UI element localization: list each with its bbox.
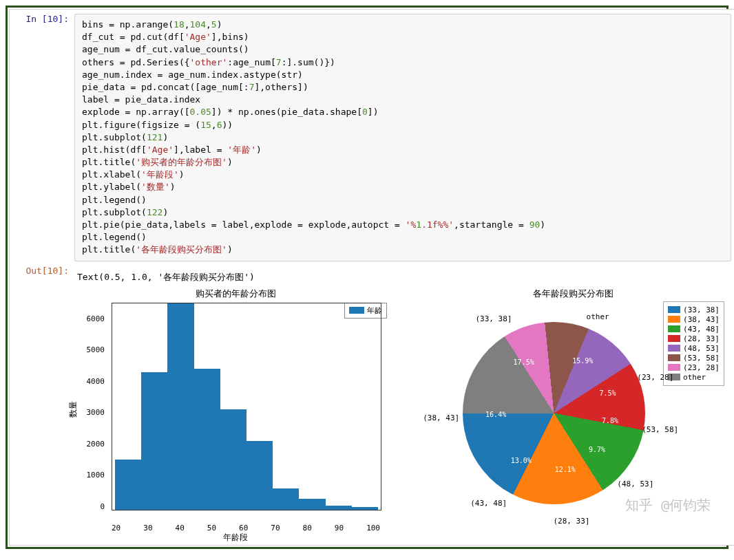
- pie-pct-label: 13.0%: [511, 457, 532, 464]
- hist-plot-area: [112, 303, 381, 510]
- pie-title: 各年龄段购买分布图: [421, 288, 724, 300]
- pie-pct-label: 17.5%: [514, 358, 534, 366]
- pie-pct-label: 7.5%: [599, 389, 616, 397]
- legend-text: (53, 58]: [683, 354, 720, 363]
- legend-text: (23, 28]: [683, 363, 720, 372]
- hist-bar: [115, 460, 141, 510]
- pie-legend-item: (38, 43]: [668, 315, 720, 324]
- legend-text: (38, 43]: [683, 315, 720, 324]
- legend-text: (43, 48]: [683, 325, 720, 334]
- pie-pct-label: 16.4%: [485, 411, 506, 418]
- code-input[interactable]: bins = np.arange(18,104,5) df_cut = pd.c…: [74, 14, 731, 261]
- legend-swatch: [668, 345, 680, 352]
- pie-legend-item: (23, 28]: [668, 363, 720, 372]
- in-prompt: In [10]:: [15, 14, 74, 24]
- pie-legend-item: (43, 48]: [668, 325, 720, 334]
- hist-bar: [220, 409, 247, 509]
- pie-chart: 各年龄段购买分布图 (33, 38](38, 43](43, 48](28, 3…: [421, 288, 724, 535]
- legend-swatch: [668, 306, 680, 313]
- legend-text: (48, 53]: [683, 344, 720, 353]
- legend-text: (28, 33]: [683, 334, 720, 343]
- hist-bar: [194, 369, 220, 510]
- legend-swatch: [668, 354, 680, 361]
- page-frame: In [10]: bins = np.arange(18,104,5) df_c…: [6, 6, 728, 549]
- legend-text: other: [683, 373, 706, 382]
- hist-bar: [273, 488, 299, 510]
- pie-slice-label: (28, 33]: [553, 517, 589, 526]
- pie-slice-label: other: [587, 312, 609, 321]
- output-area: Text(0.5, 1.0, '各年龄段购买分布图') 购买者的年龄分布图 年龄…: [74, 266, 731, 541]
- histogram-chart: 购买者的年龄分布图 年龄 0100020003000400050006000 2…: [77, 288, 394, 535]
- output-text: Text(0.5, 1.0, '各年龄段购买分布图'): [77, 271, 728, 283]
- hist-bar: [247, 441, 273, 510]
- pie-legend-item: (48, 53]: [668, 344, 720, 353]
- pie-legend-item: (53, 58]: [668, 354, 720, 363]
- pie-slice-label: (38, 43]: [423, 413, 459, 422]
- pie-pct-label: 9.7%: [589, 446, 605, 453]
- pie-legend-item: (33, 38]: [668, 305, 720, 314]
- legend-swatch: [668, 325, 680, 332]
- hist-title: 购买者的年龄分布图: [77, 288, 394, 300]
- pie-pct-label: 15.9%: [572, 357, 593, 365]
- legend-swatch: [668, 335, 680, 342]
- pie-legend-item: other: [668, 373, 720, 382]
- pie-slice-label: (43, 48]: [470, 499, 507, 508]
- hist-bar: [167, 303, 193, 510]
- pie-pct-label: 12.1%: [555, 466, 576, 473]
- pie-slice-label: (33, 38]: [475, 314, 512, 323]
- pie-legend-item: (28, 33]: [668, 334, 720, 343]
- pie-slice-label: (23, 28]: [637, 373, 673, 382]
- figure-row: 购买者的年龄分布图 年龄 0100020003000400050006000 2…: [77, 288, 728, 535]
- hist-bar: [352, 507, 378, 510]
- pie-slice-label: (53, 58]: [642, 425, 678, 434]
- hist-bar: [141, 372, 167, 510]
- pie-slice-label: (48, 53]: [617, 480, 653, 488]
- legend-text: (33, 38]: [683, 305, 720, 314]
- watermark-text: 知乎 @何钧荣: [625, 496, 711, 515]
- hist-bar: [326, 506, 352, 509]
- legend-swatch: [668, 364, 680, 371]
- out-prompt: Out[10]:: [15, 266, 74, 276]
- hist-bar: [299, 499, 325, 509]
- hist-ylabel: 数量: [67, 400, 79, 417]
- hist-xlabel: 年龄段: [77, 532, 394, 543]
- legend-swatch: [668, 316, 680, 323]
- pie-pct-label: 7.8%: [602, 417, 618, 424]
- notebook-cell: In [10]: bins = np.arange(18,104,5) df_c…: [9, 9, 734, 546]
